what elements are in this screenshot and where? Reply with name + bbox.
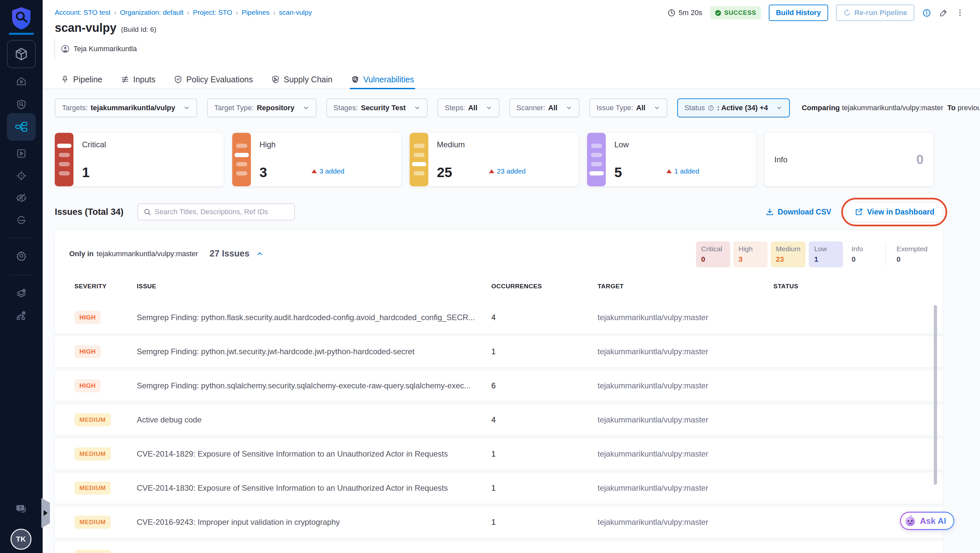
- build-history-button[interactable]: Build History: [769, 5, 828, 21]
- sidebar-item-pipelines[interactable]: [7, 113, 36, 141]
- sidebar-item-targets[interactable]: [12, 167, 30, 185]
- severity-badge: MEDIUM: [75, 516, 111, 529]
- chevron-down-icon: [776, 105, 783, 111]
- sidebar-expand-handle[interactable]: [41, 498, 50, 528]
- tab-policy-evaluations[interactable]: Policy Evaluations: [174, 70, 253, 89]
- tab-vulnerabilities[interactable]: Vulnerabilities: [351, 70, 414, 89]
- col-target: TARGET: [598, 283, 773, 290]
- chat-question-icon: ?: [16, 503, 27, 515]
- severity-card-critical: Critical 1: [55, 133, 224, 186]
- table-row[interactable]: MEDIUM CVE-2016-9243: Improper input val…: [55, 507, 943, 538]
- expand-arrow-icon: [44, 510, 48, 516]
- col-occurrences: OCCURRENCES: [491, 283, 598, 290]
- issues-search-input[interactable]: [155, 208, 289, 216]
- severity-band-critical: [55, 133, 73, 186]
- triangle-up-icon: [489, 169, 494, 173]
- card-count: 3: [259, 165, 267, 180]
- vulnerabilities-content: Targets: tejakummarikuntla/vulpy Target …: [43, 89, 980, 553]
- col-status: STATUS: [773, 283, 929, 290]
- filter-target-type[interactable]: Target Type: Repository: [207, 99, 317, 118]
- filter-targets[interactable]: Targets: tejakummarikuntla/vulpy: [55, 99, 197, 118]
- chevron-down-icon: [486, 105, 492, 111]
- triangle-up-icon: [312, 169, 317, 173]
- status-text: SUCCESS: [724, 9, 756, 16]
- table-scrollbar[interactable]: [934, 305, 937, 485]
- sidebar-item-help[interactable]: ?: [12, 500, 30, 518]
- rerun-pipeline-button[interactable]: Re-run Pipeline: [836, 5, 915, 21]
- sidebar-item-home[interactable]: [12, 72, 30, 91]
- sidebar-item-project-setup[interactable]: [12, 284, 30, 302]
- download-csv-button[interactable]: Download CSV: [765, 208, 831, 216]
- triangle-up-icon: [667, 169, 672, 173]
- tab-pipeline-label: Pipeline: [73, 75, 102, 84]
- issues-search: [137, 203, 295, 221]
- table-row[interactable]: MEDIUM Active debug code 4 tejakummariku…: [55, 404, 943, 435]
- page-title: scan-vulpy: [55, 21, 116, 35]
- table-row[interactable]: HIGH Semgrep Finding: python.jwt.securit…: [55, 336, 943, 367]
- tab-supply-chain[interactable]: Supply Chain: [271, 70, 332, 89]
- card-label: Medium: [437, 140, 465, 149]
- breadcrumb-org[interactable]: Organization: default: [120, 8, 184, 16]
- shield-magnifier-icon: [351, 75, 360, 84]
- sidebar-item-baseline[interactable]: [12, 211, 30, 230]
- pipelines-icon: [15, 121, 27, 132]
- chip-info: Info0: [846, 242, 880, 267]
- view-in-dashboard-button[interactable]: View in Dashboard: [846, 202, 943, 222]
- table-row[interactable]: MEDIUM CVE-2014-1829: Exposure of Sensit…: [55, 438, 943, 470]
- issues-title: Issues (Total 34): [55, 207, 124, 217]
- filter-scanner[interactable]: Scanner: All: [509, 99, 579, 118]
- card-added: 23 added: [489, 167, 526, 175]
- table-row[interactable]: MEDIUM CVE-2014-1830: Exposure of Sensit…: [55, 472, 943, 504]
- card-count: 5: [614, 165, 622, 180]
- filter-steps[interactable]: Steps: All: [438, 99, 500, 118]
- sidebar-accent-bar: [9, 33, 34, 35]
- table-row[interactable]: HIGH Semgrep Finding: python.sqlalchemy.…: [55, 370, 943, 402]
- avatar-initials: TK: [16, 535, 26, 543]
- sidebar-item-exemptions[interactable]: [12, 189, 30, 207]
- sidebar-item-overview[interactable]: [12, 95, 30, 113]
- tab-supply-chain-label: Supply Chain: [284, 75, 332, 84]
- author-row: Teja Kummarikuntla: [54, 39, 137, 59]
- group-count: 27 Issues: [210, 249, 250, 259]
- sto-shield-logo-icon[interactable]: [11, 6, 32, 30]
- info-icon[interactable]: [922, 8, 931, 17]
- group-title[interactable]: Only in tejakummarikuntla/vulpy:master 2…: [69, 249, 264, 259]
- table-row[interactable]: HIGH Semgrep Finding: python.flask.secur…: [55, 302, 943, 333]
- user-avatar[interactable]: TK: [11, 529, 32, 550]
- chip-exempted: Exempted0: [891, 242, 933, 267]
- sidebar-item-org-setup[interactable]: [12, 306, 30, 325]
- card-label: High: [259, 140, 275, 149]
- tab-inputs[interactable]: Inputs: [121, 70, 156, 89]
- chip-divider: [886, 243, 886, 266]
- status-badge: SUCCESS: [710, 6, 760, 19]
- table-row[interactable]: MEDIUM: [55, 540, 943, 553]
- severity-cards-row: Critical 1 High 3 3 added Medium 25 23 a…: [55, 133, 943, 186]
- rerun-label: Re-run Pipeline: [854, 8, 907, 17]
- ask-ai-button[interactable]: Ask AI: [900, 512, 955, 530]
- sidebar-item-executions[interactable]: [12, 144, 30, 163]
- severity-badge: MEDIUM: [75, 413, 111, 426]
- severity-badge: HIGH: [75, 311, 101, 324]
- breadcrumb-project[interactable]: Project: STO: [193, 8, 232, 16]
- module-selector-button[interactable]: [7, 40, 36, 68]
- view-in-dashboard-wrap: View in Dashboard: [846, 202, 943, 222]
- eye-off-icon: [16, 192, 27, 204]
- breadcrumb-pipelines[interactable]: Pipelines: [242, 8, 270, 16]
- breadcrumb-account[interactable]: Account: STO test: [55, 8, 111, 16]
- filter-issue-type[interactable]: Issue Type: All: [589, 99, 667, 118]
- filter-status[interactable]: Status : Active (34) +4: [677, 99, 790, 118]
- filter-stages[interactable]: Stages: Security Test: [326, 99, 428, 118]
- download-csv-label: Download CSV: [778, 208, 831, 216]
- tab-pipeline[interactable]: Pipeline: [60, 70, 102, 89]
- sidebar-item-settings[interactable]: [12, 247, 30, 265]
- comparing-text: Comparing tejakummarikuntla/vulpy:master…: [802, 104, 980, 112]
- build-duration: 5m 20s: [667, 8, 702, 17]
- severity-card-low: Low 5 1 added: [587, 133, 756, 186]
- card-count: 25: [437, 165, 452, 180]
- edit-pencil-icon[interactable]: [939, 8, 948, 17]
- kebab-menu-icon[interactable]: [956, 8, 964, 17]
- person-icon: [61, 44, 70, 53]
- chevron-up-icon[interactable]: [256, 250, 264, 258]
- svg-text:?: ?: [19, 505, 22, 510]
- tab-inputs-label: Inputs: [133, 75, 156, 84]
